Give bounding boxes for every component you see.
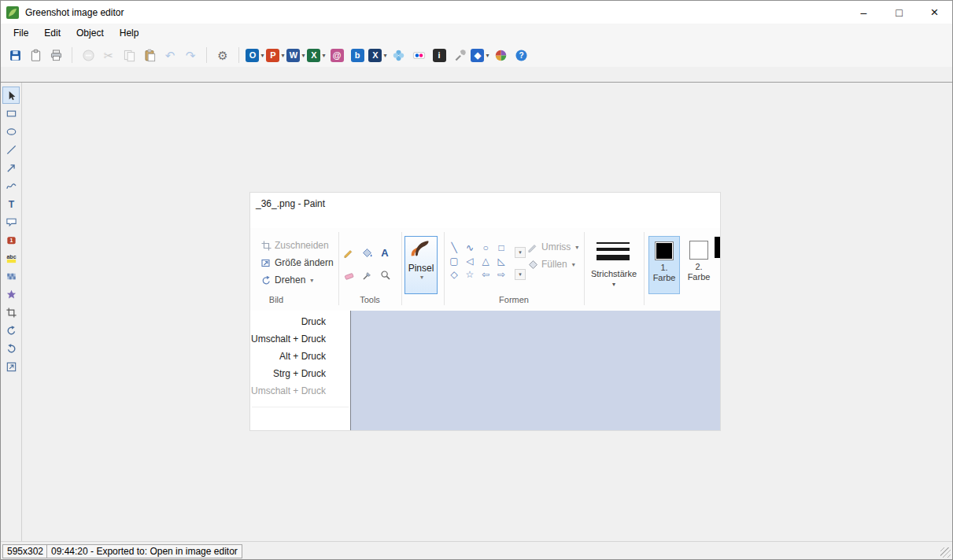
rotate-ccw-tool[interactable] — [2, 340, 20, 357]
text-tool[interactable]: T — [2, 195, 20, 212]
rotate-ccw-tool-icon — [6, 343, 17, 355]
obfuscate-tool[interactable] — [2, 267, 20, 285]
highlight-tool-icon: abc — [6, 252, 17, 264]
shape-icon: □ — [493, 241, 509, 254]
shape-icon: ◁ — [462, 254, 478, 267]
captured-screenshot[interactable]: _36_.png - Paint Zuschneiden Größe änder… — [250, 193, 720, 430]
hotkey-menu-item: Druck — [301, 313, 326, 330]
external-command-button[interactable] — [450, 46, 469, 64]
toolbar: ✂↶↷⚙O▾P▾W▾X▾@bX▾i◆▾? — [1, 43, 952, 67]
rectangle-tool[interactable] — [2, 105, 20, 122]
export-dropbox-button[interactable]: ◆▾ — [471, 46, 489, 64]
copy-button — [120, 46, 139, 64]
magnifier-icon — [378, 267, 392, 282]
delete-button — [79, 46, 98, 64]
image-dimensions: 595x302 — [2, 544, 48, 558]
highlight-tool[interactable]: abc — [2, 249, 20, 267]
resize-tool-icon — [6, 361, 17, 373]
dropdown-caret-icon: ▾ — [420, 274, 423, 281]
export-flickr-button[interactable] — [409, 46, 428, 64]
maximize-button[interactable]: □ — [881, 1, 917, 24]
counter-tool[interactable]: 1 — [2, 231, 20, 249]
rotate-cw-tool[interactable] — [2, 322, 20, 339]
cursor-tool[interactable] — [2, 87, 20, 104]
svg-text:1: 1 — [9, 238, 13, 243]
paste-button[interactable] — [140, 46, 159, 64]
toolbar-separator — [206, 47, 207, 63]
dropdown-caret-icon: ▾ — [584, 281, 644, 288]
color1-swatch — [655, 241, 674, 260]
resize-tool[interactable] — [2, 358, 20, 375]
caret-icon: ▾ — [519, 271, 522, 278]
shapes-grid: ╲∿○□▢◁△◺◇☆⇦⇨ — [446, 241, 511, 281]
export-confluence-button[interactable] — [389, 46, 408, 64]
export-jira-icon: X — [368, 49, 382, 62]
minimize-button[interactable]: – — [846, 1, 881, 24]
zuschneiden-label: Zuschneiden — [275, 240, 329, 251]
menu-help[interactable]: Help — [112, 24, 147, 43]
svg-text:abc: abc — [6, 253, 16, 259]
redo-button: ↷ — [181, 46, 200, 64]
cut-button: ✂ — [99, 46, 118, 64]
umriss-label: Umriss — [541, 241, 571, 252]
paint-zuschneiden-button: Zuschneiden — [260, 240, 329, 251]
crop-tool[interactable] — [2, 304, 20, 321]
freehand-tool[interactable] — [2, 177, 20, 194]
speechbubble-tool[interactable] — [2, 213, 20, 230]
export-outlook-button[interactable]: O▾ — [246, 46, 264, 64]
paint-window-title: _36_.png - Paint — [256, 198, 325, 209]
menu-file[interactable]: File — [6, 24, 36, 43]
menu-edit[interactable]: Edit — [36, 24, 68, 43]
paint-pinsel-button: Pinsel ▾ — [404, 236, 438, 294]
hotkey-menu-item: Alt + Druck — [279, 348, 326, 365]
toolbar-separator — [238, 47, 239, 63]
help-button[interactable]: ? — [512, 46, 530, 64]
export-email-button[interactable]: @ — [327, 46, 346, 64]
menubar: FileEditObjectHelp — [1, 24, 952, 43]
copy-to-clipboard-button[interactable] — [26, 46, 45, 64]
help-icon: ? — [515, 49, 528, 62]
color2-swatch — [689, 241, 708, 260]
paint-groesse-aendern-button: Größe ändern — [260, 257, 334, 268]
greenshot-logo-icon — [6, 6, 19, 19]
fuellen-label: Füllen — [541, 259, 567, 270]
close-button[interactable]: × — [917, 1, 952, 24]
tool-strip: T1abc — [1, 83, 22, 541]
export-excel-button[interactable]: X▾ — [307, 46, 326, 64]
export-powerpoint-button[interactable]: P▾ — [266, 46, 285, 64]
save-button[interactable] — [6, 46, 24, 64]
export-imgur-button[interactable]: i — [430, 46, 449, 64]
line-tool[interactable] — [2, 141, 20, 158]
dropdown-caret-icon: ▾ — [281, 52, 284, 59]
export-word-button[interactable]: W▾ — [286, 46, 305, 64]
undo-button: ↶ — [161, 46, 179, 64]
pinsel-label: Pinsel — [408, 263, 434, 274]
export-powerpoint-icon: P — [266, 49, 279, 62]
resize-grip[interactable] — [940, 547, 951, 558]
text-tool-icon: T — [6, 198, 17, 210]
effects-tool[interactable] — [2, 286, 20, 303]
menu-object[interactable]: Object — [68, 24, 112, 43]
strichstaerke-label: Strichstärke — [584, 269, 644, 278]
group-label-bild: Bild — [250, 295, 302, 304]
shape-icon: △ — [478, 254, 493, 267]
export-picasa-button[interactable] — [491, 46, 510, 64]
export-box-button[interactable]: b — [348, 46, 367, 64]
hotkey-menu-item: Umschalt + Druck — [251, 330, 326, 348]
counter-tool-icon: 1 — [6, 234, 17, 246]
obfuscate-tool-icon — [6, 271, 17, 282]
save-icon — [9, 49, 22, 62]
paint-umriss-button: Umriss ▾ — [527, 241, 578, 252]
arrow-tool[interactable] — [2, 159, 20, 176]
export-confluence-icon — [392, 49, 405, 62]
titlebar: Greenshot image editor – □ × — [1, 1, 952, 24]
settings-button[interactable]: ⚙ — [213, 46, 232, 64]
dropdown-caret-icon: ▾ — [260, 52, 264, 59]
eraser-icon — [342, 267, 356, 282]
export-jira-button[interactable]: X▾ — [368, 46, 387, 64]
ellipse-tool[interactable] — [2, 123, 20, 140]
fill-bucket-icon — [360, 245, 374, 260]
toolbar-separator — [72, 47, 72, 63]
brush-icon — [411, 238, 431, 261]
print-button[interactable] — [46, 46, 65, 64]
